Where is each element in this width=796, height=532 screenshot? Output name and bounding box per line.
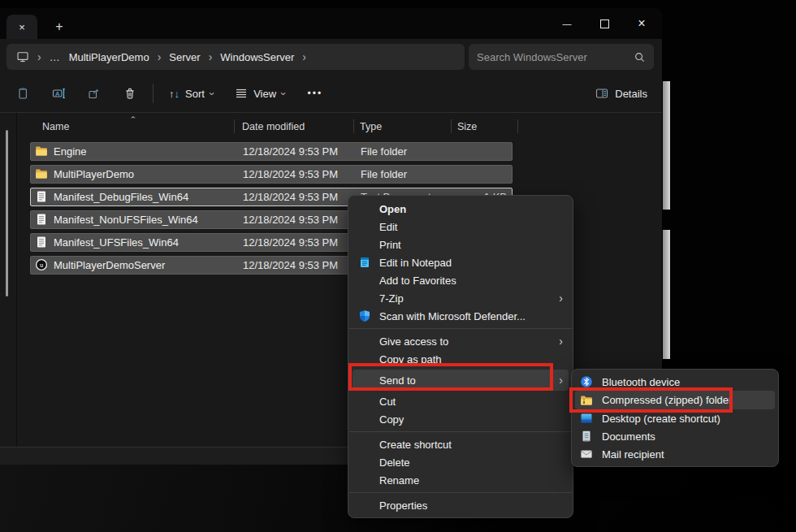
folder-icon xyxy=(35,167,48,180)
chevron-right-icon: › xyxy=(158,51,162,63)
breadcrumb-item-windowsserver[interactable]: WindowsServer xyxy=(220,51,294,63)
file-name: Manifest_UFSFiles_Win64 xyxy=(54,234,179,251)
file-date: 12/18/2024 9:53 PM xyxy=(243,234,338,251)
breadcrumb-item-server[interactable]: Server xyxy=(169,51,200,63)
documents-icon xyxy=(580,430,593,443)
breadcrumb[interactable]: › … MultiPlayerDemo › Server › WindowsSe… xyxy=(6,44,465,70)
menu-item-create-shortcut[interactable]: Create shortcut xyxy=(348,435,573,453)
submenu-item-documents[interactable]: Documents xyxy=(572,427,778,445)
column-header-size[interactable]: Size xyxy=(457,121,477,132)
file-row-engine[interactable]: Engine 12/18/2024 9:53 PM File folder xyxy=(30,142,513,161)
text-document-icon xyxy=(35,190,48,203)
share-icon xyxy=(88,87,101,100)
close-button[interactable]: × xyxy=(623,8,660,39)
file-name: Manifest_DebugFiles_Win64 xyxy=(54,188,188,205)
file-date: 12/18/2024 9:53 PM xyxy=(243,188,338,205)
this-pc-icon[interactable] xyxy=(16,50,29,63)
details-pane-icon xyxy=(595,87,608,100)
desktop-icon xyxy=(580,412,593,425)
notepad-icon xyxy=(358,256,371,269)
chevron-down-icon: › xyxy=(279,92,289,95)
background-window-edge xyxy=(663,230,670,359)
menu-item-delete[interactable]: Delete xyxy=(348,453,573,471)
minimize-button[interactable]: — xyxy=(548,8,586,39)
sort-arrows-icon: ↑↓ xyxy=(169,88,180,100)
share-button[interactable] xyxy=(76,80,112,107)
ellipsis-icon: ••• xyxy=(307,88,322,99)
tab-close-icon[interactable]: × xyxy=(19,21,25,33)
menu-item-give-access-to[interactable]: Give access to› xyxy=(348,332,573,350)
column-divider[interactable] xyxy=(353,119,354,133)
search-placeholder: Search WindowsServer xyxy=(477,51,587,63)
menu-separator xyxy=(349,492,572,493)
column-header-type[interactable]: Type xyxy=(360,121,382,132)
trash-icon xyxy=(123,87,136,100)
search-input[interactable]: Search WindowsServer xyxy=(469,44,654,70)
menu-item-properties[interactable]: Properties xyxy=(348,496,573,514)
submenu-item-mail-recipient[interactable]: Mail recipient xyxy=(572,445,778,463)
tab-bar: × + — × xyxy=(0,8,662,39)
new-tab-button[interactable]: + xyxy=(49,15,70,39)
column-divider[interactable] xyxy=(517,119,518,133)
view-button[interactable]: View › xyxy=(224,88,296,100)
file-name: Manifest_NonUFSFiles_Win64 xyxy=(54,211,198,228)
menu-item-edit[interactable]: Edit xyxy=(348,218,573,236)
maximize-icon xyxy=(600,19,609,28)
menu-item-cut[interactable]: Cut xyxy=(348,392,573,410)
column-divider[interactable] xyxy=(451,119,452,133)
explorer-tab[interactable]: × xyxy=(6,15,37,39)
delete-button[interactable] xyxy=(112,80,148,107)
send-to-submenu: Bluetooth device Compressed (zipped) fol… xyxy=(571,369,779,467)
menu-item-print[interactable]: Print xyxy=(348,236,573,253)
column-header-date-modified[interactable]: Date modified xyxy=(242,121,305,132)
menu-item-rename[interactable]: Rename xyxy=(348,471,573,489)
navigation-pane-scrollbar[interactable] xyxy=(6,130,8,296)
sort-label: Sort xyxy=(185,88,205,100)
details-label: Details xyxy=(615,88,647,100)
chevron-right-icon: › xyxy=(37,51,41,63)
paste-button[interactable] xyxy=(5,80,41,107)
file-date: 12/18/2024 9:53 PM xyxy=(243,166,338,183)
background-window-edge xyxy=(663,81,670,210)
command-toolbar: A ↑↓ Sort › xyxy=(0,75,662,113)
file-date: 12/18/2024 9:53 PM xyxy=(243,143,338,160)
text-document-icon xyxy=(35,236,48,249)
file-name: MultiPlayerDemoServer xyxy=(54,257,165,274)
close-icon: × xyxy=(638,16,645,31)
menu-item-edit-in-notepad[interactable]: Edit in Notepad xyxy=(348,253,573,271)
menu-item-7zip[interactable]: 7-Zip› xyxy=(348,289,573,307)
submenu-arrow-icon: › xyxy=(559,374,563,386)
menu-item-open[interactable]: Open xyxy=(348,200,573,218)
bluetooth-icon xyxy=(580,375,593,388)
column-divider[interactable] xyxy=(234,119,235,133)
unreal-engine-icon: u xyxy=(35,258,48,271)
annotation-highlight-compressed-folder xyxy=(569,387,733,413)
view-label: View xyxy=(253,88,276,100)
sort-button[interactable]: ↑↓ Sort › xyxy=(158,88,224,100)
svg-text:A: A xyxy=(55,90,59,97)
view-lines-icon xyxy=(235,88,248,99)
menu-item-scan-with-defender[interactable]: Scan with Microsoft Defender... xyxy=(348,307,573,325)
breadcrumb-overflow-button[interactable]: … xyxy=(50,51,61,63)
rename-button[interactable]: A xyxy=(41,80,76,107)
maximize-button[interactable] xyxy=(586,8,623,39)
menu-item-add-to-favorites[interactable]: Add to Favorites xyxy=(348,271,573,289)
column-header-name[interactable]: Name xyxy=(42,121,69,132)
menu-item-copy[interactable]: Copy xyxy=(348,410,573,428)
rename-icon: A xyxy=(52,87,66,100)
submenu-arrow-icon: › xyxy=(559,335,563,347)
toolbar-divider xyxy=(153,84,154,103)
file-row-multiplayerdemo[interactable]: MultiPlayerDemo 12/18/2024 9:53 PM File … xyxy=(30,165,513,184)
window-controls: — × xyxy=(548,8,660,39)
breadcrumb-item-multiplayerdemo[interactable]: MultiPlayerDemo xyxy=(69,51,149,63)
search-icon[interactable] xyxy=(634,51,646,63)
file-type: File folder xyxy=(361,166,407,183)
details-pane-button[interactable]: Details xyxy=(595,87,647,100)
text-document-icon xyxy=(35,213,48,226)
folder-icon xyxy=(35,145,48,158)
navigation-pane-divider[interactable] xyxy=(16,113,17,447)
see-more-button[interactable]: ••• xyxy=(296,88,334,99)
chevron-right-icon: › xyxy=(209,51,213,63)
file-name: Engine xyxy=(54,143,86,160)
file-type: File folder xyxy=(361,143,407,160)
